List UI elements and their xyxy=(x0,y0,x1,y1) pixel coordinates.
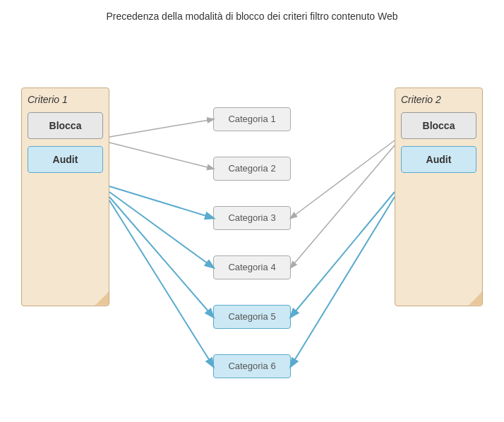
svg-line-3 xyxy=(291,145,395,267)
svg-line-5 xyxy=(109,192,213,267)
criterio2-panel: Criterio 2 Blocca Audit xyxy=(395,88,483,306)
criterio1-panel: Criterio 1 Blocca Audit xyxy=(21,88,109,306)
category-2: Categoria 2 xyxy=(213,157,291,181)
svg-line-7 xyxy=(109,200,213,366)
svg-line-8 xyxy=(291,192,395,317)
page-title: Precedenza della modalità di blocco dei … xyxy=(0,0,504,24)
criterio1-blocca: Blocca xyxy=(28,112,103,139)
criterio2-blocca: Blocca xyxy=(401,112,476,139)
svg-line-4 xyxy=(109,186,213,218)
category-6: Categoria 6 xyxy=(213,354,291,378)
svg-line-0 xyxy=(109,119,213,137)
category-5: Categoria 5 xyxy=(213,305,291,329)
svg-line-2 xyxy=(291,140,395,218)
criterio2-audit: Audit xyxy=(401,146,476,173)
category-3: Categoria 3 xyxy=(213,206,291,230)
svg-line-1 xyxy=(109,143,213,169)
diagram: Criterio 1 Blocca Audit Criterio 2 Blocc… xyxy=(0,31,504,418)
category-4: Categoria 4 xyxy=(213,255,291,279)
category-1: Categoria 1 xyxy=(213,107,291,131)
criterio1-label: Criterio 1 xyxy=(28,94,103,105)
svg-line-9 xyxy=(291,197,395,366)
criterio1-audit: Audit xyxy=(28,146,103,173)
svg-line-6 xyxy=(109,197,213,317)
criterio2-label: Criterio 2 xyxy=(401,94,476,105)
